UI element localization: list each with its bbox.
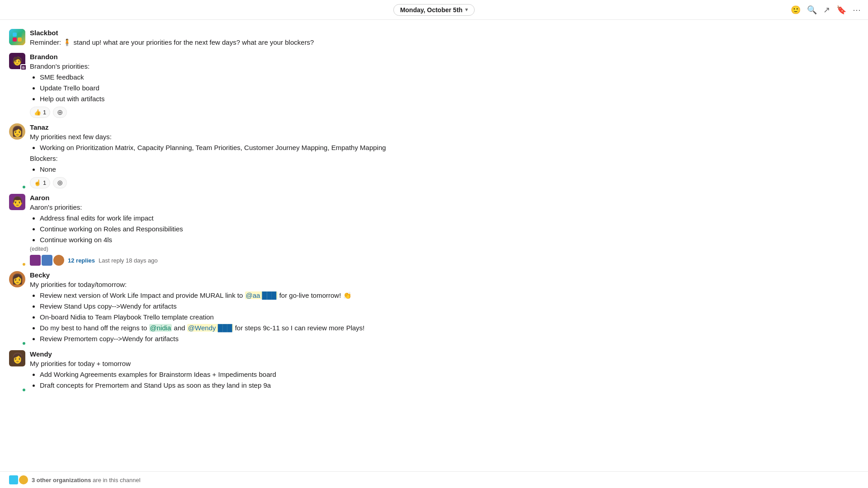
message-slackbot: Slackbot Reminder: 🧍 stand up! what are … (0, 27, 868, 49)
date-pill[interactable]: Monday, October 5th ▾ (393, 4, 475, 16)
share-icon[interactable]: ↗ (823, 5, 830, 15)
tanaz-text: My priorities next few days: Working on … (30, 132, 861, 174)
wendy-text: My priorities for today + tomorrow Add W… (30, 359, 861, 390)
message-tanaz: 👩 Tanaz My priorities next few days: Wor… (0, 122, 868, 190)
mention-wendy: @Wendy ███ (187, 324, 233, 332)
other-orgs-row: 3 other organizations are in this channe… (9, 475, 859, 484)
becky-content: Becky My priorities for today/tomorrow: … (30, 271, 861, 345)
slackbot-content: Slackbot Reminder: 🧍 stand up! what are … (30, 29, 861, 47)
avatar-aaron: 👨 (9, 194, 25, 210)
avatar-wendy: 👩 (9, 350, 25, 366)
chevron-down-icon: ▾ (465, 7, 468, 13)
message-becky: 👩 Becky My priorities for today/tomorrow… (0, 269, 868, 347)
tanaz-content: Tanaz My priorities next few days: Worki… (30, 123, 861, 188)
slackbot-logo (9, 29, 25, 45)
tanaz-add-reaction[interactable]: ⊕ (53, 177, 67, 188)
wendy-header: Wendy (30, 350, 861, 358)
org-avatar-2 (19, 475, 28, 484)
reply-avatar-2 (42, 255, 52, 266)
aaron-username: Aaron (30, 194, 49, 202)
org-avatar-1 (9, 475, 18, 484)
tanaz-username: Tanaz (30, 123, 48, 131)
slackbot-text: Reminder: 🧍 stand up! what are your prio… (30, 38, 861, 47)
message-aaron: 👨 Aaron Aaron's priorities: Address fina… (0, 192, 868, 267)
mention-nidia: @nidia (149, 324, 172, 332)
aaron-content: Aaron Aaron's priorities: Address final … (30, 194, 861, 266)
other-orgs-count: 3 other organizations are in this channe… (32, 477, 141, 483)
becky-status (22, 341, 26, 346)
avatar-becky: 👩 (9, 271, 25, 287)
aaron-edited: (edited) (30, 246, 861, 252)
slackbot-username: Slackbot (30, 29, 58, 37)
brandon-badge: B (20, 64, 27, 70)
search-icon[interactable]: 🔍 (807, 5, 817, 15)
message-brandon: 🧑 B Brandon Brandon's priorities: SME fe… (0, 51, 868, 120)
svg-rect-2 (13, 38, 17, 42)
avatar-brandon: 🧑 B (9, 53, 25, 69)
wendy-content: Wendy My priorities for today + tomorrow… (30, 350, 861, 391)
brandon-reaction-thumbsup[interactable]: 👍 1 (30, 107, 50, 118)
bookmark-icon[interactable]: 🔖 (836, 5, 846, 15)
aaron-priority-roles: Continue working on Roles and Responsibi… (40, 224, 861, 234)
brandon-content: Brandon Brandon's priorities: SME feedba… (30, 53, 861, 118)
aaron-text: Aaron's priorities: Address final edits … (30, 202, 861, 245)
reply-avatar-1 (30, 255, 41, 266)
svg-rect-0 (13, 33, 17, 37)
aaron-priority-4ls: Continue working on 4ls (40, 235, 861, 245)
svg-rect-1 (18, 33, 22, 37)
more-icon[interactable]: ⋯ (853, 5, 861, 15)
brandon-add-reaction[interactable]: ⊕ (53, 107, 67, 118)
aaron-status (22, 262, 26, 267)
brandon-username: Brandon (30, 53, 58, 61)
top-bar: Monday, October 5th ▾ 🙂 🔍 ↗ 🔖 ⋯ (0, 0, 868, 20)
brandon-header: Brandon (30, 53, 861, 61)
brandon-text: Brandon's priorities: SME feedback Updat… (30, 61, 861, 104)
avatar-tanaz: 👩 (9, 123, 25, 140)
becky-text: My priorities for today/tomorrow: Review… (30, 280, 861, 344)
tanaz-header: Tanaz (30, 123, 861, 131)
svg-rect-3 (18, 38, 22, 42)
bottom-bar: 3 other organizations are in this channe… (0, 471, 868, 488)
date-label: Monday, October 5th (400, 6, 462, 14)
tanaz-reaction-point[interactable]: ☝ 1 (30, 177, 50, 188)
messages-area: Slackbot Reminder: 🧍 stand up! what are … (0, 20, 868, 471)
tanaz-status (22, 185, 26, 189)
aaron-replies[interactable]: 12 replies Last reply 18 days ago (30, 255, 861, 266)
aaron-header: Aaron (30, 194, 861, 202)
top-right-icons: 🙂 🔍 ↗ 🔖 ⋯ (791, 5, 861, 15)
org-avatars (9, 475, 28, 484)
becky-username: Becky (30, 271, 50, 279)
reply-avatars (30, 255, 64, 266)
tanaz-reactions: ☝ 1 ⊕ (30, 177, 861, 188)
brandon-reactions: 👍 1 ⊕ (30, 107, 861, 118)
wendy-status (22, 388, 26, 392)
message-wendy: 👩 Wendy My priorities for today + tomorr… (0, 348, 868, 393)
emoji-icon[interactable]: 🙂 (791, 5, 801, 15)
replies-count: 12 replies (68, 257, 95, 264)
reply-avatar-3 (53, 255, 64, 266)
brandon-priority-artifacts: Help out with artifacts (40, 94, 861, 104)
becky-header: Becky (30, 271, 861, 279)
wendy-username: Wendy (30, 350, 52, 358)
replies-last: Last reply 18 days ago (99, 257, 158, 264)
aaron-priority-worklife: Address final edits for work life impact (40, 213, 861, 223)
slackbot-header: Slackbot (30, 29, 861, 37)
mention-aa: @aa ███ (245, 291, 278, 299)
avatar-slackbot (9, 29, 25, 45)
